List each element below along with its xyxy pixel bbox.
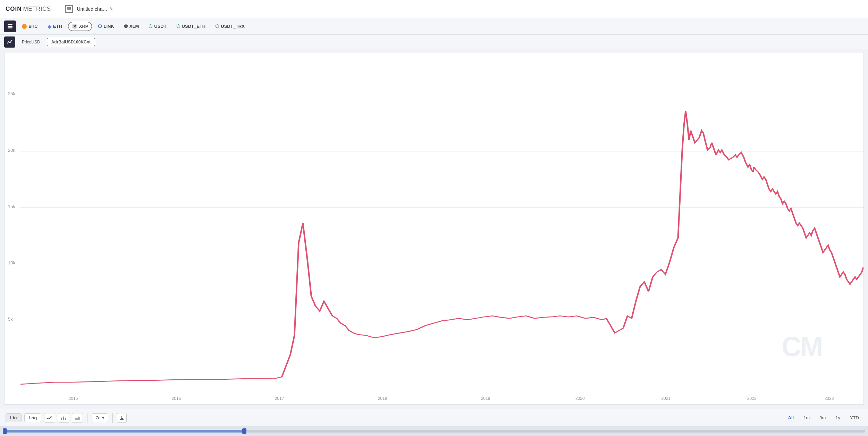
coin-tab-usdt-trx[interactable]: ⬡ USDT_TRX <box>211 22 248 31</box>
x-label-2016: 2016 <box>172 396 181 401</box>
chart-line-xrp <box>20 111 863 384</box>
metric-tab-adrbalusd[interactable]: AdrBalUSD100KCnt <box>47 38 95 46</box>
bar-vis-button[interactable] <box>58 413 69 423</box>
svg-rect-4 <box>8 26 12 27</box>
header: COINMETRICS Untitled cha… ✎ <box>0 0 868 18</box>
btc-dot <box>22 24 27 29</box>
x-label-2015: 2015 <box>69 396 78 401</box>
y-label-15k: 15k <box>8 204 15 209</box>
chart-icon <box>65 5 73 13</box>
svg-rect-3 <box>8 24 12 25</box>
y-label-20k: 20k <box>8 148 15 153</box>
x-label-2017: 2017 <box>275 396 284 401</box>
x-label-2018: 2018 <box>378 396 387 401</box>
scale-log-button[interactable]: Log <box>24 413 42 422</box>
x-label-2019: 2019 <box>481 396 490 401</box>
slider-handle-right[interactable] <box>242 428 246 434</box>
metric-toolbar: PriceUSD AdrBalUSD100KCnt <box>0 35 868 49</box>
svg-rect-8 <box>65 418 66 420</box>
usdt-icon: ⬡ <box>149 24 152 29</box>
download-icon <box>120 416 124 420</box>
link-label: LINK <box>103 24 114 29</box>
usdt-eth-icon: ⬡ <box>176 24 180 29</box>
chart-tab[interactable]: Untitled cha… ✎ <box>77 6 113 12</box>
svg-rect-7 <box>63 417 64 420</box>
x-label-2021: 2021 <box>661 396 671 401</box>
area-vis-button[interactable] <box>72 413 83 423</box>
slider-fill <box>3 430 244 433</box>
bottom-controls: Lin Log 7d ▾ All 1m 3m 1y YTD <box>0 409 868 426</box>
slider-handle-left[interactable] <box>3 428 7 434</box>
svg-rect-0 <box>67 9 71 10</box>
bar-chart-icon <box>61 416 66 420</box>
usdt-eth-label: USDT_ETH <box>182 24 206 29</box>
xrp-label: XRP <box>79 24 89 29</box>
range-ytd-button[interactable]: YTD <box>846 414 862 422</box>
area-chart-icon <box>75 416 80 420</box>
interval-value: 7d <box>95 415 100 420</box>
svg-rect-5 <box>8 27 12 28</box>
slider-track <box>3 430 865 433</box>
x-label-2020: 2020 <box>575 396 585 401</box>
usdt-trx-icon: ⬡ <box>215 24 219 29</box>
line-chart-vis-icon <box>47 416 52 420</box>
usdt-label: USDT <box>154 24 166 29</box>
logo-coin-text: COIN <box>6 6 22 13</box>
controls-divider <box>87 413 87 423</box>
coin-tab-eth[interactable]: ◆ ETH <box>44 22 66 31</box>
svg-rect-6 <box>61 418 62 420</box>
range-1m-button[interactable]: 1m <box>800 414 813 422</box>
x-label-2023: 2023 <box>825 396 834 401</box>
xlm-icon: ⬟ <box>124 24 128 29</box>
chart-svg <box>20 52 863 394</box>
chart-title: Untitled cha… <box>77 6 108 12</box>
layers-svg <box>7 23 13 30</box>
line-chart-icon <box>7 39 12 45</box>
coin-tab-link[interactable]: ⬡ LINK <box>94 22 118 31</box>
download-button[interactable] <box>117 413 127 423</box>
layers-icon <box>67 7 71 11</box>
x-label-2022: 2022 <box>747 396 757 401</box>
btc-label: BTC <box>28 24 38 29</box>
controls-divider2 <box>112 413 113 423</box>
coin-tab-btc[interactable]: BTC <box>18 22 42 31</box>
link-icon: ⬡ <box>98 24 102 29</box>
header-divider <box>58 4 58 14</box>
eth-icon: ◆ <box>48 24 51 29</box>
svg-rect-2 <box>67 7 71 8</box>
logo: COINMETRICS <box>6 6 51 13</box>
xlm-label: XLM <box>129 24 139 29</box>
y-label-25k: 25k <box>8 91 15 96</box>
usdt-trx-label: USDT_TRX <box>221 24 245 29</box>
range-all-button[interactable]: All <box>785 414 798 422</box>
interval-selector[interactable]: 7d ▾ <box>92 413 108 422</box>
xrp-icon: ✕ <box>72 24 77 29</box>
scale-lin-button[interactable]: Lin <box>6 413 22 422</box>
range-1y-button[interactable]: 1y <box>832 414 844 422</box>
coin-tab-usdt[interactable]: ⬡ USDT <box>145 22 170 31</box>
svg-marker-9 <box>75 417 80 420</box>
y-label-10k: 10k <box>8 260 15 265</box>
interval-chevron: ▾ <box>102 415 104 420</box>
eth-label: ETH <box>53 24 62 29</box>
range-slider[interactable] <box>0 426 868 436</box>
layers-button[interactable] <box>4 20 16 32</box>
chart-area: 25k 20k 15k 10k 5k 2015 2016 2017 2018 2… <box>4 52 864 405</box>
coin-tab-usdt-eth[interactable]: ⬡ USDT_ETH <box>172 22 210 31</box>
coin-tab-xlm[interactable]: ⬟ XLM <box>120 22 143 31</box>
chart-type-button[interactable] <box>4 36 15 48</box>
coin-toolbar: BTC ◆ ETH ✕ XRP ⬡ LINK ⬟ XLM ⬡ USDT ⬡ US… <box>0 18 868 35</box>
y-label-5k: 5k <box>8 316 13 322</box>
svg-rect-1 <box>67 8 71 9</box>
line-vis-button[interactable] <box>44 413 55 423</box>
metric-tab-priceusd[interactable]: PriceUSD <box>17 38 45 46</box>
range-3m-button[interactable]: 3m <box>816 414 829 422</box>
logo-metrics-text: METRICS <box>23 6 51 13</box>
coin-tab-xrp[interactable]: ✕ XRP <box>68 22 92 31</box>
edit-icon[interactable]: ✎ <box>109 6 113 11</box>
